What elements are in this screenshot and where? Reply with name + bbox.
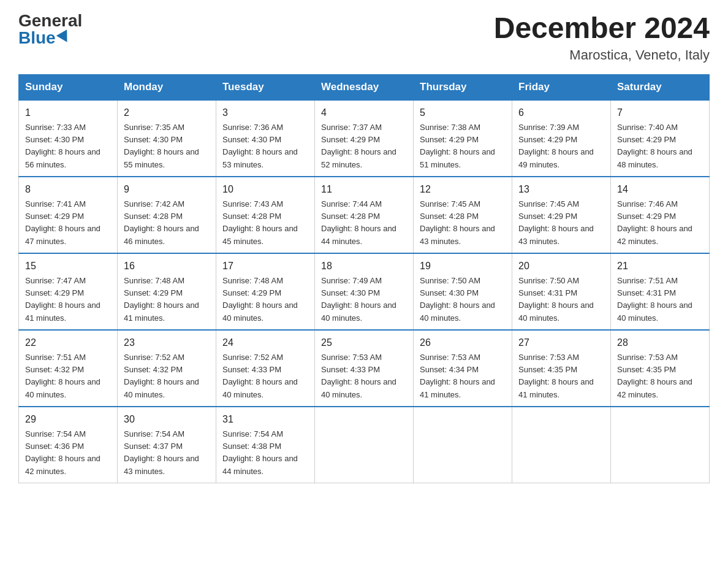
day-number: 3 [222,105,308,120]
day-info: Sunrise: 7:54 AMSunset: 4:37 PMDaylight:… [124,429,199,476]
calendar-day-cell: 18Sunrise: 7:49 AMSunset: 4:30 PMDayligh… [315,253,414,330]
day-number: 14 [617,182,703,197]
calendar-table: SundayMondayTuesdayWednesdayThursdayFrid… [18,74,710,483]
calendar-day-cell [512,407,611,483]
calendar-header-row: SundayMondayTuesdayWednesdayThursdayFrid… [19,74,710,100]
day-info: Sunrise: 7:33 AMSunset: 4:30 PMDaylight:… [25,123,100,169]
logo-blue-text: Blue [18,29,70,47]
logo-triangle-icon [56,29,72,45]
calendar-day-cell: 14Sunrise: 7:46 AMSunset: 4:29 PMDayligh… [611,177,710,253]
day-info: Sunrise: 7:44 AMSunset: 4:28 PMDaylight:… [321,199,396,246]
day-info: Sunrise: 7:38 AMSunset: 4:29 PMDaylight:… [420,123,495,169]
day-info: Sunrise: 7:54 AMSunset: 4:38 PMDaylight:… [222,429,298,476]
calendar-day-cell: 25Sunrise: 7:53 AMSunset: 4:33 PMDayligh… [315,330,414,407]
day-number: 21 [617,259,703,274]
calendar-day-cell: 30Sunrise: 7:54 AMSunset: 4:37 PMDayligh… [118,407,216,483]
day-number: 29 [25,412,111,427]
calendar-day-cell: 29Sunrise: 7:54 AMSunset: 4:36 PMDayligh… [19,407,118,483]
day-number: 16 [124,259,210,274]
day-number: 11 [321,182,407,197]
calendar-day-cell: 7Sunrise: 7:40 AMSunset: 4:29 PMDaylight… [611,100,710,177]
calendar-week-row: 8Sunrise: 7:41 AMSunset: 4:29 PMDaylight… [19,177,710,253]
calendar-day-cell [315,407,414,483]
col-header-friday: Friday [512,74,611,100]
day-number: 30 [124,412,210,427]
day-number: 7 [617,105,703,120]
calendar-day-cell: 4Sunrise: 7:37 AMSunset: 4:29 PMDaylight… [315,100,414,177]
calendar-week-row: 29Sunrise: 7:54 AMSunset: 4:36 PMDayligh… [19,407,710,483]
calendar-day-cell [414,407,512,483]
col-header-wednesday: Wednesday [315,74,414,100]
day-info: Sunrise: 7:43 AMSunset: 4:28 PMDaylight:… [222,199,298,246]
calendar-week-row: 15Sunrise: 7:47 AMSunset: 4:29 PMDayligh… [19,253,710,330]
col-header-thursday: Thursday [414,74,512,100]
calendar-day-cell: 21Sunrise: 7:51 AMSunset: 4:31 PMDayligh… [611,253,710,330]
day-info: Sunrise: 7:54 AMSunset: 4:36 PMDaylight:… [25,429,100,476]
logo-general-text: General [18,12,82,29]
calendar-week-row: 22Sunrise: 7:51 AMSunset: 4:32 PMDayligh… [19,330,710,407]
calendar-day-cell: 20Sunrise: 7:50 AMSunset: 4:31 PMDayligh… [512,253,611,330]
col-header-sunday: Sunday [19,74,118,100]
calendar-day-cell: 27Sunrise: 7:53 AMSunset: 4:35 PMDayligh… [512,330,611,407]
day-info: Sunrise: 7:50 AMSunset: 4:30 PMDaylight:… [420,276,495,323]
day-number: 17 [222,259,308,274]
day-info: Sunrise: 7:45 AMSunset: 4:28 PMDaylight:… [420,199,495,246]
day-info: Sunrise: 7:45 AMSunset: 4:29 PMDaylight:… [518,199,594,246]
logo: General Blue [18,12,82,47]
day-info: Sunrise: 7:47 AMSunset: 4:29 PMDaylight:… [25,276,100,323]
calendar-day-cell: 8Sunrise: 7:41 AMSunset: 4:29 PMDaylight… [19,177,118,253]
day-info: Sunrise: 7:53 AMSunset: 4:33 PMDaylight:… [321,353,396,399]
day-info: Sunrise: 7:51 AMSunset: 4:31 PMDaylight:… [617,276,692,323]
day-info: Sunrise: 7:50 AMSunset: 4:31 PMDaylight:… [518,276,594,323]
day-number: 6 [518,105,604,120]
day-info: Sunrise: 7:48 AMSunset: 4:29 PMDaylight:… [222,276,298,323]
day-number: 25 [321,335,407,350]
calendar-day-cell: 5Sunrise: 7:38 AMSunset: 4:29 PMDaylight… [414,100,512,177]
day-number: 13 [518,182,604,197]
day-number: 5 [420,105,506,120]
day-number: 19 [420,259,506,274]
day-number: 10 [222,182,308,197]
calendar-day-cell: 13Sunrise: 7:45 AMSunset: 4:29 PMDayligh… [512,177,611,253]
calendar-day-cell: 15Sunrise: 7:47 AMSunset: 4:29 PMDayligh… [19,253,118,330]
day-info: Sunrise: 7:52 AMSunset: 4:33 PMDaylight:… [222,353,298,399]
day-number: 24 [222,335,308,350]
day-number: 22 [25,335,111,350]
calendar-day-cell: 17Sunrise: 7:48 AMSunset: 4:29 PMDayligh… [216,253,315,330]
calendar-day-cell: 19Sunrise: 7:50 AMSunset: 4:30 PMDayligh… [414,253,512,330]
day-info: Sunrise: 7:37 AMSunset: 4:29 PMDaylight:… [321,123,396,169]
day-info: Sunrise: 7:53 AMSunset: 4:35 PMDaylight:… [518,353,594,399]
day-number: 15 [25,259,111,274]
calendar-day-cell: 10Sunrise: 7:43 AMSunset: 4:28 PMDayligh… [216,177,315,253]
day-number: 31 [222,412,308,427]
calendar-day-cell: 6Sunrise: 7:39 AMSunset: 4:29 PMDaylight… [512,100,611,177]
day-number: 27 [518,335,604,350]
calendar-day-cell: 23Sunrise: 7:52 AMSunset: 4:32 PMDayligh… [118,330,216,407]
col-header-saturday: Saturday [611,74,710,100]
calendar-day-cell: 2Sunrise: 7:35 AMSunset: 4:30 PMDaylight… [118,100,216,177]
day-number: 12 [420,182,506,197]
day-info: Sunrise: 7:52 AMSunset: 4:32 PMDaylight:… [124,353,199,399]
day-info: Sunrise: 7:53 AMSunset: 4:35 PMDaylight:… [617,353,692,399]
day-info: Sunrise: 7:48 AMSunset: 4:29 PMDaylight:… [124,276,199,323]
calendar-week-row: 1Sunrise: 7:33 AMSunset: 4:30 PMDaylight… [19,100,710,177]
day-number: 20 [518,259,604,274]
day-info: Sunrise: 7:51 AMSunset: 4:32 PMDaylight:… [25,353,100,399]
day-info: Sunrise: 7:35 AMSunset: 4:30 PMDaylight:… [124,123,199,169]
day-info: Sunrise: 7:46 AMSunset: 4:29 PMDaylight:… [617,199,692,246]
day-info: Sunrise: 7:36 AMSunset: 4:30 PMDaylight:… [222,123,298,169]
day-number: 1 [25,105,111,120]
calendar-day-cell: 28Sunrise: 7:53 AMSunset: 4:35 PMDayligh… [611,330,710,407]
calendar-day-cell: 3Sunrise: 7:36 AMSunset: 4:30 PMDaylight… [216,100,315,177]
calendar-day-cell: 31Sunrise: 7:54 AMSunset: 4:38 PMDayligh… [216,407,315,483]
day-info: Sunrise: 7:49 AMSunset: 4:30 PMDaylight:… [321,276,396,323]
calendar-day-cell [611,407,710,483]
calendar-day-cell: 16Sunrise: 7:48 AMSunset: 4:29 PMDayligh… [118,253,216,330]
day-number: 9 [124,182,210,197]
page-header: General Blue December 2024 Marostica, Ve… [18,12,710,63]
day-info: Sunrise: 7:53 AMSunset: 4:34 PMDaylight:… [420,353,495,399]
day-info: Sunrise: 7:41 AMSunset: 4:29 PMDaylight:… [25,199,100,246]
calendar-day-cell: 11Sunrise: 7:44 AMSunset: 4:28 PMDayligh… [315,177,414,253]
day-number: 28 [617,335,703,350]
month-year-title: December 2024 [494,12,710,45]
